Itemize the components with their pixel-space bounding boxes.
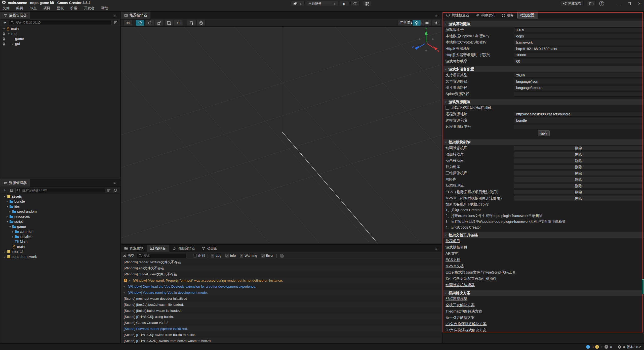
doc-link[interactable]: 战棋游戏框架 [446, 296, 467, 301]
collapse-arrow-icon[interactable]: ▾ [445, 141, 447, 144]
snap-grid-button[interactable] [196, 20, 206, 26]
scale-tool-button[interactable] [155, 20, 164, 26]
doc-link[interactable]: Tiledmap地图解决方案 [446, 309, 482, 314]
doc-link[interactable]: ECS文档 [446, 257, 460, 262]
config-input[interactable]: zh,en [514, 73, 643, 78]
tree-row-root[interactable]: ▾root [0, 31, 120, 36]
tab-服务[interactable]: 服务 [499, 12, 517, 19]
tree-row-Main[interactable]: TSMain [0, 239, 120, 244]
import-asset-icon[interactable] [9, 188, 14, 193]
log-file-icon[interactable] [279, 253, 285, 258]
tree-row-assets[interactable]: ▾assets [0, 194, 120, 199]
maximize-button[interactable] [626, 2, 632, 6]
log-row[interactable]: ▸[Window] Download the Vue Devtools exte… [121, 283, 441, 289]
minimize-button[interactable]: — [616, 2, 622, 6]
expand-chevron-icon[interactable]: ▸ [129, 279, 131, 282]
log-row[interactable]: [Scene] Cocos Creator v3.8.2 [121, 320, 441, 326]
expand-chevron-icon[interactable]: ▸ [124, 291, 126, 294]
tree-expand-arrow[interactable]: ▾ [8, 225, 12, 228]
tree-expand-arrow[interactable]: ▸ [6, 215, 9, 218]
log-row[interactable]: [Scene] [bullet]:bullet wasm lib loaded. [121, 308, 441, 314]
log-row[interactable]: [Window] render_texture文件夹不存在 [121, 259, 441, 265]
config-input[interactable]: oops [514, 34, 643, 39]
tab-动画图[interactable]: 动画图 [198, 245, 221, 252]
tab-资源预览[interactable]: 资源预览 [121, 245, 147, 252]
save-button[interactable]: 保存 [538, 130, 550, 136]
panel-menu-icon[interactable]: ≡ [113, 13, 118, 18]
info-count-icon[interactable]: i [586, 345, 590, 349]
tab-assets[interactable]: 资源管理器 [0, 179, 30, 187]
menu-节点[interactable]: 节点 [30, 6, 37, 11]
doc-link[interactable]: 原生包热更新配置自动生成插件 [446, 276, 497, 281]
section-header[interactable]: ▾框架文档工具链接 [443, 232, 643, 238]
error-count-icon[interactable]: × [605, 345, 608, 349]
tab-scene-editor[interactable]: 场景编辑器 [121, 12, 150, 19]
tab-框架配置[interactable]: 框架配置 [517, 12, 538, 19]
config-input[interactable]: 1.0.5 [514, 27, 643, 32]
doc-link[interactable]: 2D角色扮演游戏解决方案 [446, 322, 487, 326]
expand-chevron-icon[interactable]: ▸ [124, 285, 126, 288]
remove-module-button[interactable]: 剔除 [514, 196, 643, 201]
refresh-icon[interactable] [113, 188, 118, 193]
regex-checkbox[interactable]: 正则 [193, 253, 205, 258]
config-input[interactable] [514, 92, 643, 97]
doc-link[interactable]: 新手引导解决方案 [446, 315, 475, 320]
snap-anchor-button[interactable] [187, 20, 196, 26]
config-input[interactable]: language/json [514, 79, 643, 84]
doc-link[interactable]: API文档 [446, 251, 459, 256]
tree-expand-arrow[interactable]: ▾ [3, 195, 6, 198]
section-header[interactable]: ▾框架模块剔除 [443, 139, 643, 145]
tree-expand-arrow[interactable]: ▾ [6, 205, 9, 208]
tab-属性检查器[interactable]: 属性检查器 [443, 12, 472, 19]
tree-row-main[interactable]: ▾main [0, 26, 120, 31]
config-input[interactable]: framework [514, 40, 643, 45]
rotate-tool-button[interactable] [145, 20, 154, 26]
doc-link[interactable]: 动画状态机编辑器 [446, 283, 475, 287]
log-row[interactable]: [Scene] [PHYSICS2D]: switch from box2d-w… [121, 338, 441, 343]
menu-项目[interactable]: 项目 [43, 6, 50, 11]
menu-扩展[interactable]: 扩展 [70, 6, 77, 11]
checkbox-checked[interactable]: ✓ [261, 254, 265, 257]
menu-帮助[interactable]: 帮助 [101, 6, 108, 11]
create-asset-button[interactable]: + [2, 188, 7, 193]
filter-type-icon[interactable] [113, 20, 118, 25]
hierarchy-search-input[interactable]: 搜索名称或 UUID [9, 20, 111, 25]
tree-expand-arrow[interactable]: ▸ [11, 230, 15, 233]
log-row[interactable]: [Scene] [PHYSICS]: using builtin. [121, 314, 441, 320]
filter-type-icon[interactable] [106, 188, 111, 193]
tree-row-bundle[interactable]: ▸bundle [0, 199, 120, 204]
checkbox-checked[interactable]: ✓ [211, 254, 214, 257]
move-tool-button[interactable] [136, 20, 145, 26]
filter-warning[interactable]: ✓Warning [240, 254, 257, 257]
tree-row-oops-framework[interactable]: ▸oops-framework [0, 254, 120, 259]
filter-log[interactable]: ✓Log [211, 254, 221, 257]
remove-module-button[interactable]: 剔除 [514, 171, 643, 176]
log-row[interactable]: [Window] model_view文件夹不存在 [121, 271, 441, 277]
doc-link[interactable]: Excel格式转Json文件与TypeScript代码工具 [446, 270, 516, 275]
tree-row-internal[interactable]: ▸internal [0, 249, 120, 254]
config-input[interactable]: 60 [514, 59, 643, 64]
remote-load-checkbox[interactable] [446, 106, 449, 110]
section-header[interactable]: ▾游戏资源配置 [443, 99, 643, 105]
remove-module-button[interactable]: 剔除 [514, 164, 643, 169]
tree-row-main[interactable]: main [0, 244, 120, 249]
remove-module-button[interactable]: 剔除 [514, 190, 643, 195]
panel-menu-icon[interactable]: ≡ [435, 13, 440, 18]
menu-编辑[interactable]: 编辑 [16, 6, 23, 11]
lighting-toggle-button[interactable] [412, 20, 421, 26]
create-node-button[interactable]: + [2, 20, 7, 25]
remove-module-button[interactable]: 剔除 [514, 183, 643, 188]
remove-module-button[interactable]: 剔除 [514, 146, 643, 151]
bell-icon[interactable] [618, 345, 621, 349]
tree-expand-arrow[interactable]: ▸ [8, 210, 12, 213]
checkbox-checked[interactable]: ✓ [225, 254, 229, 257]
gizmo-2d-tool-button[interactable]: ∪ [174, 20, 183, 26]
tree-row-resources[interactable]: ▸resources [0, 214, 120, 219]
filter-error[interactable]: ✓Error [261, 254, 273, 257]
camera-settings-button[interactable] [423, 20, 431, 26]
tree-expand-arrow[interactable]: ▾ [2, 27, 6, 30]
rect-tool-button[interactable] [164, 20, 173, 26]
collapse-arrow-icon[interactable]: ▾ [445, 101, 447, 103]
doc-link[interactable]: 全栈开发解决方案 [446, 303, 475, 308]
log-row[interactable]: [Scene] meshopt wasm decoder initialized [121, 295, 441, 301]
